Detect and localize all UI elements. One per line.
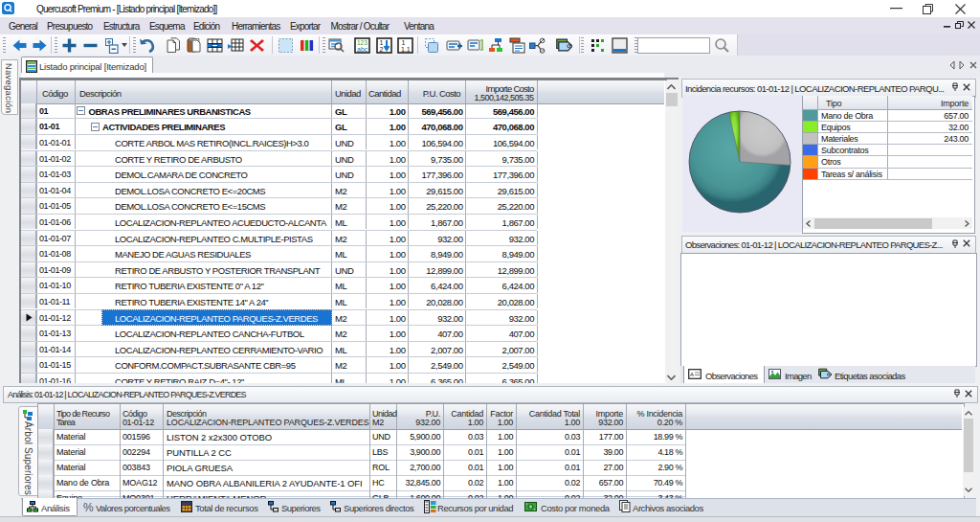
svg-text:1.1: 1.1 — [401, 46, 411, 53]
svg-text:1: 1 — [380, 39, 384, 46]
svg-text:1: 1 — [402, 39, 406, 46]
svg-text:123: 123 — [357, 39, 368, 46]
svg-text:2: 2 — [380, 46, 384, 53]
svg-text:A: A — [690, 372, 694, 377]
svg-text:abc: abc — [357, 46, 368, 53]
